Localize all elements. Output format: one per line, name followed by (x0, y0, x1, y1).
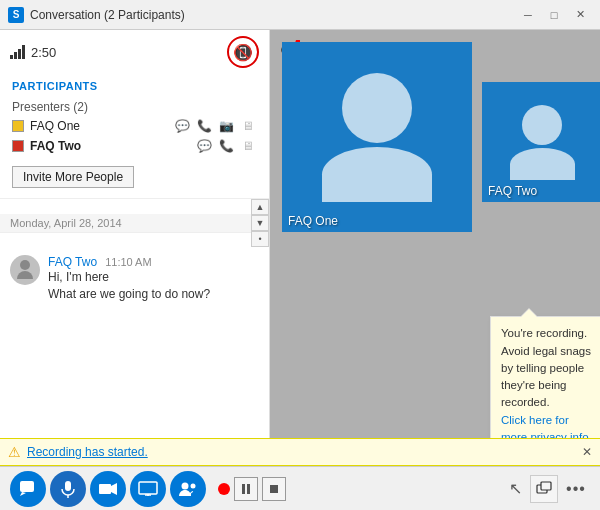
pause-recording-button[interactable] (234, 477, 258, 501)
chat-date: Monday, April 28, 2014 (0, 214, 251, 233)
svg-rect-5 (65, 481, 71, 491)
scroll-menu-button[interactable]: • (251, 231, 269, 247)
chat-time: 11:10 AM (105, 256, 151, 268)
svg-rect-9 (139, 482, 157, 494)
camera-button[interactable] (90, 471, 126, 507)
invite-more-people-button[interactable]: Invite More People (12, 166, 134, 188)
participant-icons-faq-two: 💬 📞 🖥 (195, 138, 257, 154)
svg-rect-18 (541, 482, 551, 490)
svg-rect-14 (242, 484, 245, 494)
screen-icon-faq-one[interactable]: 🖥 (239, 118, 257, 134)
status-close-button[interactable]: ✕ (582, 445, 592, 459)
chat-messages: FAQ Two 11:10 AM Hi, I'm here What are w… (0, 247, 269, 462)
participants-section: PARTICIPANTS Presenters (2) FAQ One 💬 📞 … (0, 70, 269, 199)
participant-row: FAQ Two 💬 📞 🖥 (12, 138, 257, 154)
status-bar: ⚠ Recording has started. ✕ (0, 438, 600, 466)
chat-sender: FAQ Two (48, 255, 97, 269)
call-icon-faq-one[interactable]: 📞 (195, 118, 213, 134)
titlebar: S Conversation (2 Participants) ─ □ ✕ (0, 0, 600, 30)
cursor-icon: ↖ (509, 479, 522, 498)
chat-icon-faq-two[interactable]: 💬 (195, 138, 213, 154)
call-time: 2:50 (31, 45, 56, 60)
pop-out-button[interactable] (530, 475, 558, 503)
tooltip-arrow (521, 309, 537, 317)
scroll-down-button[interactable]: ▼ (251, 215, 269, 231)
svg-rect-16 (270, 485, 278, 493)
more-options-button[interactable]: ••• (562, 475, 590, 503)
maximize-button[interactable]: □ (542, 5, 566, 25)
recording-dot-indicator (218, 483, 230, 495)
record-controls (218, 477, 286, 501)
window-controls: ─ □ ✕ (516, 5, 592, 25)
person-silhouette-secondary (510, 105, 575, 180)
chat-icon-faq-one[interactable]: 💬 (173, 118, 191, 134)
person-silhouette-main (322, 73, 432, 202)
screen-icon-faq-two[interactable]: 🖥 (239, 138, 257, 154)
recording-status-text[interactable]: Recording has started. (27, 445, 148, 459)
chat-message: FAQ Two 11:10 AM Hi, I'm here What are w… (10, 255, 259, 303)
person-head-main (342, 73, 412, 143)
participant-row: FAQ One 💬 📞 📷 🖥 (12, 118, 257, 134)
svg-point-13 (191, 483, 196, 488)
mic-button[interactable] (50, 471, 86, 507)
svg-point-12 (182, 482, 189, 489)
recording-notification: You're recording. Avoid legal snags by t… (490, 316, 600, 455)
person-head-secondary (522, 105, 562, 145)
svg-rect-15 (247, 484, 250, 494)
chat-content: FAQ Two 11:10 AM Hi, I'm here What are w… (48, 255, 259, 303)
signal-icon (10, 45, 25, 59)
participant-name-faq-one: FAQ One (30, 119, 167, 133)
svg-rect-7 (99, 484, 111, 494)
avatar-silhouette (15, 260, 35, 280)
warning-icon: ⚠ (8, 444, 21, 460)
close-button[interactable]: ✕ (568, 5, 592, 25)
recording-notification-text: You're recording. Avoid legal snags by t… (501, 327, 591, 408)
svg-rect-3 (20, 481, 34, 492)
participant-name-faq-two: FAQ Two (30, 139, 189, 153)
chat-meta: FAQ Two 11:10 AM (48, 255, 259, 269)
screen-share-button[interactable] (130, 471, 166, 507)
people-button[interactable] (170, 471, 206, 507)
minimize-button[interactable]: ─ (516, 5, 540, 25)
main-video-name: FAQ One (288, 214, 338, 228)
bottom-toolbar: ↖ ••• (0, 466, 600, 510)
participant-color-faq-one (12, 120, 24, 132)
toolbar-right: ↖ ••• (509, 475, 590, 503)
chat-button[interactable] (10, 471, 46, 507)
secondary-video-tile: FAQ Two (482, 82, 600, 202)
participant-color-faq-two (12, 140, 24, 152)
avatar-head (20, 260, 30, 270)
chat-text-1: Hi, I'm here (48, 269, 259, 286)
chat-text-2: What are we going to do now? (48, 286, 259, 303)
stop-recording-button[interactable] (262, 477, 286, 501)
svg-marker-8 (111, 483, 117, 495)
end-call-button[interactable]: 📵 (227, 36, 259, 68)
scroll-controls: ▲ ▼ • (251, 199, 269, 247)
main-video-tile: FAQ One (282, 42, 472, 232)
participants-header: PARTICIPANTS (12, 80, 257, 92)
person-body-main (322, 147, 432, 202)
call-icon-faq-two[interactable]: 📞 (217, 138, 235, 154)
presenters-label: Presenters (2) (12, 100, 257, 114)
avatar-body (17, 271, 33, 279)
video-icon-faq-one[interactable]: 📷 (217, 118, 235, 134)
svg-marker-4 (20, 492, 26, 496)
participant-icons-faq-one: 💬 📞 📷 🖥 (173, 118, 257, 134)
person-body-secondary (510, 148, 575, 180)
secondary-video-name: FAQ Two (488, 184, 537, 198)
app-icon: S (8, 7, 24, 23)
window-title: Conversation (2 Participants) (30, 8, 516, 22)
avatar (10, 255, 40, 285)
scroll-up-button[interactable]: ▲ (251, 199, 269, 215)
